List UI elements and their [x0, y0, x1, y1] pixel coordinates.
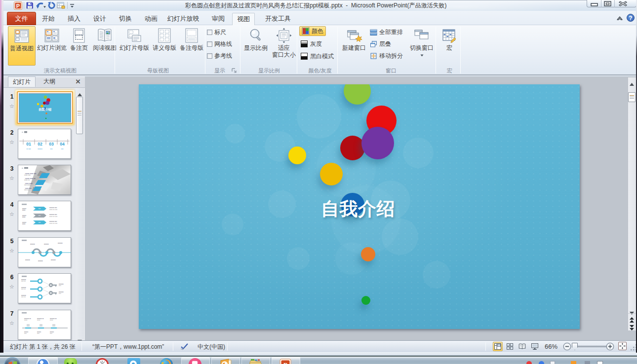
- svg-text:xxxx: xxxx: [50, 319, 53, 321]
- svg-text:xxxx: xxxx: [22, 223, 26, 225]
- svg-text:xxxx: xxxx: [22, 216, 26, 218]
- svg-text:xxxx: xxxx: [37, 319, 40, 321]
- svg-text:xxx xx: xxx xx: [21, 296, 26, 298]
- svg-text:P: P: [283, 361, 287, 364]
- svg-text:xxxxxx: xxxxxx: [44, 243, 49, 245]
- svg-text:04: 04: [60, 142, 65, 146]
- svg-text:xxxx xx: xxxx xx: [24, 179, 30, 181]
- svg-text:xxxxxx: xxxxxx: [38, 260, 43, 262]
- svg-text:xxx: xxx: [24, 332, 27, 334]
- svg-text:xxx: xxx: [37, 332, 40, 334]
- svg-text:xxxxxx: xxxxxx: [38, 148, 42, 150]
- svg-text:02: 02: [38, 142, 42, 146]
- svg-text:xx xxx: xx xxx: [27, 148, 31, 150]
- svg-text:xxx: xxx: [59, 292, 61, 294]
- svg-text:xxx xx: xxx xx: [21, 288, 26, 290]
- svg-text:xxxxxx: xxxxxx: [30, 243, 35, 245]
- svg-text:P: P: [16, 2, 20, 8]
- svg-text:xxxxxx: xxxxxx: [25, 259, 30, 261]
- svg-text:03: 03: [49, 142, 54, 146]
- svg-text:xxx: xxx: [50, 148, 53, 150]
- svg-text:xxx xxxx: xxx xxxx: [24, 184, 31, 186]
- svg-text:xxxx xxx: xxxx xxx: [24, 174, 31, 176]
- svg-text:xxxx xx xxx: xxxx xx xxx: [49, 216, 58, 218]
- svg-text:自我介绍: 自我介绍: [39, 108, 52, 111]
- svg-text:xxx: xxx: [39, 215, 41, 217]
- svg-text:xxx: xxx: [59, 285, 61, 287]
- svg-text:xxx xx: xxx xx: [24, 189, 29, 191]
- svg-text:xxxxxx: xxxxxx: [58, 242, 63, 244]
- svg-text:xxxx xx xxx: xxxx xx xxx: [49, 222, 58, 224]
- svg-text:xxxx xx xxx: xxxx xx xxx: [49, 209, 58, 211]
- svg-text:xxx: xxx: [61, 148, 64, 150]
- svg-text:xxxxxx: xxxxxx: [51, 259, 56, 261]
- svg-text:xxx: xxx: [39, 221, 41, 223]
- svg-text:01: 01: [26, 142, 31, 146]
- svg-text:xxx: xxx: [39, 208, 41, 210]
- svg-text:xxx xx: xxx xx: [21, 280, 26, 282]
- svg-text:xxx: xxx: [50, 332, 52, 334]
- svg-text:xxxx: xxxx: [22, 209, 26, 211]
- svg-text:xxxx: xxxx: [24, 319, 28, 321]
